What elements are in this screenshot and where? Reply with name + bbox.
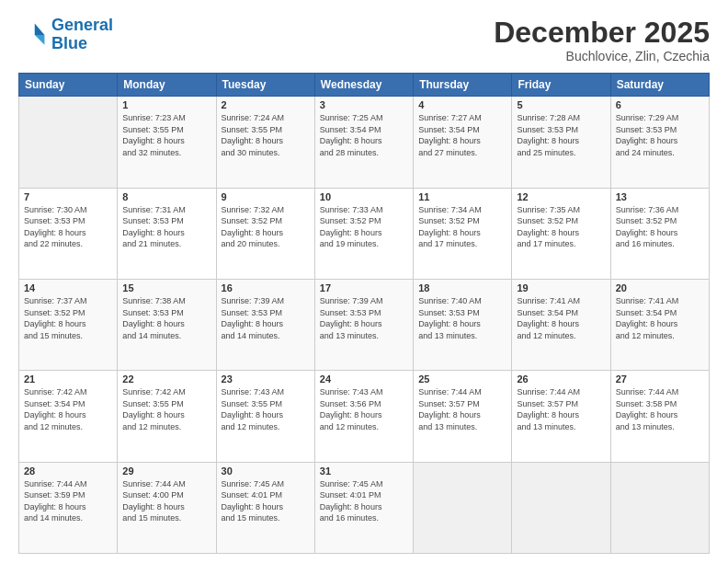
day-number: 14 <box>24 282 112 293</box>
day-cell: 14Sunrise: 7:37 AM Sunset: 3:52 PM Dayli… <box>19 279 118 370</box>
header-cell-monday: Monday <box>118 74 216 97</box>
day-cell: 22Sunrise: 7:42 AM Sunset: 3:55 PM Dayli… <box>118 371 216 462</box>
day-info: Sunrise: 7:42 AM Sunset: 3:54 PM Dayligh… <box>24 386 112 432</box>
day-info: Sunrise: 7:44 AM Sunset: 3:57 PM Dayligh… <box>517 386 605 432</box>
month-title: December 2025 <box>494 17 710 49</box>
logo-blue: Blue <box>51 35 113 53</box>
location: Buchlovice, Zlin, Czechia <box>494 49 710 63</box>
day-number: 4 <box>418 99 506 110</box>
svg-marker-0 <box>35 23 45 34</box>
day-cell: 17Sunrise: 7:39 AM Sunset: 3:53 PM Dayli… <box>314 279 413 370</box>
day-number: 2 <box>222 99 310 110</box>
day-number: 9 <box>222 191 310 202</box>
day-cell: 1Sunrise: 7:23 AM Sunset: 3:55 PM Daylig… <box>118 97 216 188</box>
day-cell: 3Sunrise: 7:25 AM Sunset: 3:54 PM Daylig… <box>314 97 413 188</box>
day-cell: 12Sunrise: 7:35 AM Sunset: 3:52 PM Dayli… <box>512 188 610 279</box>
logo-icon <box>18 20 48 50</box>
header-cell-friday: Friday <box>512 74 610 97</box>
day-number: 20 <box>616 282 704 293</box>
day-number: 28 <box>24 465 112 477</box>
day-info: Sunrise: 7:36 AM Sunset: 3:52 PM Dayligh… <box>616 204 704 250</box>
day-number: 6 <box>616 99 704 110</box>
day-cell: 5Sunrise: 7:28 AM Sunset: 3:53 PM Daylig… <box>512 97 610 188</box>
day-info: Sunrise: 7:35 AM Sunset: 3:52 PM Dayligh… <box>517 204 605 250</box>
day-number: 23 <box>222 373 310 385</box>
header-cell-wednesday: Wednesday <box>314 74 413 97</box>
day-info: Sunrise: 7:28 AM Sunset: 3:53 PM Dayligh… <box>517 112 605 158</box>
page: General Blue December 2025 Buchlovice, Z… <box>0 0 728 563</box>
day-cell: 24Sunrise: 7:43 AM Sunset: 3:56 PM Dayli… <box>314 371 413 462</box>
day-info: Sunrise: 7:42 AM Sunset: 3:55 PM Dayligh… <box>122 386 210 432</box>
day-cell <box>414 462 512 553</box>
svg-marker-1 <box>35 35 45 45</box>
day-number: 31 <box>320 465 408 477</box>
day-number: 30 <box>222 465 310 477</box>
day-cell: 20Sunrise: 7:41 AM Sunset: 3:54 PM Dayli… <box>610 279 709 370</box>
week-row-1: 7Sunrise: 7:30 AM Sunset: 3:53 PM Daylig… <box>19 188 710 279</box>
day-number: 22 <box>122 373 210 385</box>
day-number: 16 <box>222 282 310 293</box>
day-number: 12 <box>517 191 605 202</box>
day-info: Sunrise: 7:37 AM Sunset: 3:52 PM Dayligh… <box>24 295 112 341</box>
day-info: Sunrise: 7:39 AM Sunset: 3:53 PM Dayligh… <box>222 295 310 341</box>
day-info: Sunrise: 7:32 AM Sunset: 3:52 PM Dayligh… <box>222 204 310 250</box>
day-number: 11 <box>418 191 506 202</box>
day-number: 3 <box>320 99 408 110</box>
day-info: Sunrise: 7:33 AM Sunset: 3:52 PM Dayligh… <box>320 204 408 250</box>
day-cell: 11Sunrise: 7:34 AM Sunset: 3:52 PM Dayli… <box>414 188 512 279</box>
day-info: Sunrise: 7:43 AM Sunset: 3:55 PM Dayligh… <box>222 386 310 432</box>
day-info: Sunrise: 7:43 AM Sunset: 3:56 PM Dayligh… <box>320 386 408 432</box>
day-info: Sunrise: 7:29 AM Sunset: 3:53 PM Dayligh… <box>616 112 704 158</box>
day-number: 27 <box>616 373 704 385</box>
day-info: Sunrise: 7:40 AM Sunset: 3:53 PM Dayligh… <box>418 295 506 341</box>
day-cell: 28Sunrise: 7:44 AM Sunset: 3:59 PM Dayli… <box>19 462 118 553</box>
day-cell: 26Sunrise: 7:44 AM Sunset: 3:57 PM Dayli… <box>512 371 610 462</box>
day-info: Sunrise: 7:45 AM Sunset: 4:01 PM Dayligh… <box>320 478 408 524</box>
day-info: Sunrise: 7:44 AM Sunset: 3:59 PM Dayligh… <box>24 478 112 524</box>
day-cell: 10Sunrise: 7:33 AM Sunset: 3:52 PM Dayli… <box>314 188 413 279</box>
day-cell: 16Sunrise: 7:39 AM Sunset: 3:53 PM Dayli… <box>216 279 314 370</box>
day-number: 7 <box>24 191 112 202</box>
day-number: 5 <box>517 99 605 110</box>
day-info: Sunrise: 7:34 AM Sunset: 3:52 PM Dayligh… <box>418 204 506 250</box>
day-info: Sunrise: 7:45 AM Sunset: 4:01 PM Dayligh… <box>222 478 310 524</box>
day-info: Sunrise: 7:44 AM Sunset: 4:00 PM Dayligh… <box>122 478 210 524</box>
day-cell <box>19 97 118 188</box>
week-row-3: 21Sunrise: 7:42 AM Sunset: 3:54 PM Dayli… <box>19 371 710 462</box>
calendar-header: SundayMondayTuesdayWednesdayThursdayFrid… <box>19 74 710 97</box>
day-number: 25 <box>418 373 506 385</box>
day-info: Sunrise: 7:24 AM Sunset: 3:55 PM Dayligh… <box>222 112 310 158</box>
day-info: Sunrise: 7:23 AM Sunset: 3:55 PM Dayligh… <box>122 112 210 158</box>
day-cell: 6Sunrise: 7:29 AM Sunset: 3:53 PM Daylig… <box>610 97 709 188</box>
day-cell: 23Sunrise: 7:43 AM Sunset: 3:55 PM Dayli… <box>216 371 314 462</box>
week-row-0: 1Sunrise: 7:23 AM Sunset: 3:55 PM Daylig… <box>19 97 710 188</box>
day-number: 17 <box>320 282 408 293</box>
day-cell <box>610 462 709 553</box>
day-cell: 9Sunrise: 7:32 AM Sunset: 3:52 PM Daylig… <box>216 188 314 279</box>
day-info: Sunrise: 7:44 AM Sunset: 3:58 PM Dayligh… <box>616 386 704 432</box>
week-row-4: 28Sunrise: 7:44 AM Sunset: 3:59 PM Dayli… <box>19 462 710 553</box>
day-number: 18 <box>418 282 506 293</box>
day-number: 26 <box>517 373 605 385</box>
day-cell: 7Sunrise: 7:30 AM Sunset: 3:53 PM Daylig… <box>19 188 118 279</box>
day-cell: 21Sunrise: 7:42 AM Sunset: 3:54 PM Dayli… <box>19 371 118 462</box>
day-info: Sunrise: 7:39 AM Sunset: 3:53 PM Dayligh… <box>320 295 408 341</box>
day-cell: 13Sunrise: 7:36 AM Sunset: 3:52 PM Dayli… <box>610 188 709 279</box>
day-cell: 2Sunrise: 7:24 AM Sunset: 3:55 PM Daylig… <box>216 97 314 188</box>
day-info: Sunrise: 7:44 AM Sunset: 3:57 PM Dayligh… <box>418 386 506 432</box>
day-info: Sunrise: 7:41 AM Sunset: 3:54 PM Dayligh… <box>616 295 704 341</box>
header-row: SundayMondayTuesdayWednesdayThursdayFrid… <box>19 74 710 97</box>
day-cell: 18Sunrise: 7:40 AM Sunset: 3:53 PM Dayli… <box>414 279 512 370</box>
day-info: Sunrise: 7:27 AM Sunset: 3:54 PM Dayligh… <box>418 112 506 158</box>
day-number: 13 <box>616 191 704 202</box>
day-info: Sunrise: 7:38 AM Sunset: 3:53 PM Dayligh… <box>122 295 210 341</box>
day-cell: 15Sunrise: 7:38 AM Sunset: 3:53 PM Dayli… <box>118 279 216 370</box>
header-cell-saturday: Saturday <box>610 74 709 97</box>
day-number: 19 <box>517 282 605 293</box>
day-number: 10 <box>320 191 408 202</box>
day-cell: 25Sunrise: 7:44 AM Sunset: 3:57 PM Dayli… <box>414 371 512 462</box>
day-cell: 4Sunrise: 7:27 AM Sunset: 3:54 PM Daylig… <box>414 97 512 188</box>
calendar-body: 1Sunrise: 7:23 AM Sunset: 3:55 PM Daylig… <box>19 97 710 554</box>
header-cell-tuesday: Tuesday <box>216 74 314 97</box>
day-cell: 31Sunrise: 7:45 AM Sunset: 4:01 PM Dayli… <box>314 462 413 553</box>
